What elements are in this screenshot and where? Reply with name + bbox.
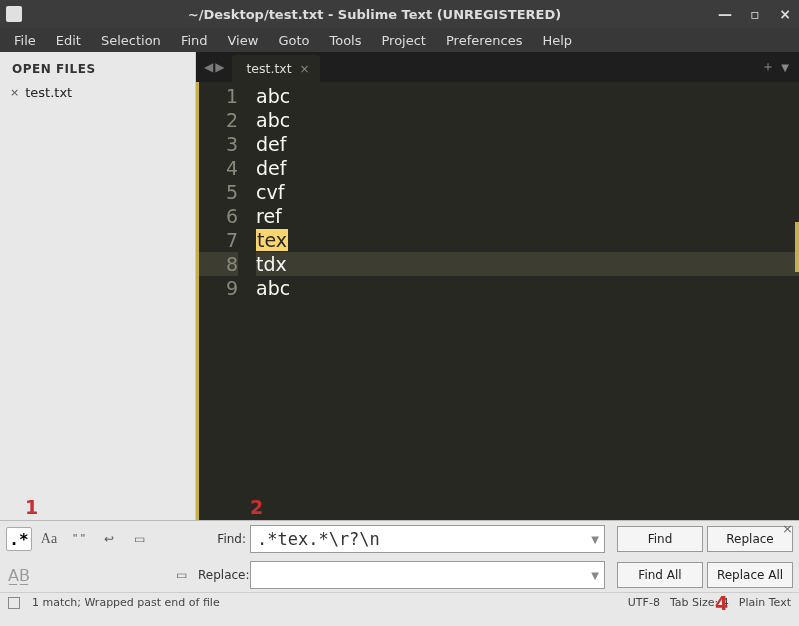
code-line[interactable]: abc (256, 84, 799, 108)
find-button[interactable]: Find (617, 526, 703, 552)
in-selection-toggle[interactable]: ▭ (126, 527, 152, 551)
open-file-item[interactable]: × test.txt (0, 82, 195, 103)
preserve-case-toggle[interactable]: A̲B̲ (6, 563, 50, 587)
tabbar: ◀ ▶ test.txt × ＋ ▼ (196, 52, 799, 82)
menu-view[interactable]: View (220, 31, 267, 50)
maximize-button[interactable]: ▫ (747, 6, 763, 22)
wrap-toggle[interactable]: ↩ (96, 527, 122, 551)
line-number: 5 (199, 180, 238, 204)
code-line[interactable]: tex (256, 228, 799, 252)
close-window-button[interactable]: × (777, 6, 793, 22)
status-encoding[interactable]: UTF-8 (628, 596, 660, 609)
line-number: 7 (199, 228, 238, 252)
find-input[interactable] (250, 525, 605, 553)
replace-input[interactable] (250, 561, 605, 589)
code-line[interactable]: cvf (256, 180, 799, 204)
minimap-scroll-indicator (795, 222, 799, 272)
status-indicator-icon[interactable] (8, 597, 20, 609)
search-match-highlight: tex (256, 229, 288, 251)
close-file-icon[interactable]: × (10, 86, 19, 99)
code-line[interactable]: def (256, 156, 799, 180)
whole-word-toggle[interactable]: " " (66, 527, 92, 551)
line-number: 9 (199, 276, 238, 300)
replace-label: Replace: (198, 568, 250, 582)
menu-tools[interactable]: Tools (321, 31, 369, 50)
open-file-name: test.txt (25, 85, 72, 100)
app-icon (6, 6, 22, 22)
tab-testtxt[interactable]: test.txt × (232, 55, 319, 82)
statusbar: 1 match; Wrapped past end of file UTF-8 … (0, 592, 799, 612)
code-line[interactable]: ref (256, 204, 799, 228)
regex-toggle[interactable]: .* (6, 527, 32, 551)
sidebar-header: OPEN FILES (0, 52, 195, 82)
editor-pane: ◀ ▶ test.txt × ＋ ▼ 123456789 abcabcdefde… (196, 52, 799, 520)
menu-help[interactable]: Help (534, 31, 580, 50)
titlebar: ~/Desktop/test.txt - Sublime Text (UNREG… (0, 0, 799, 28)
tab-next-icon[interactable]: ▶ (215, 60, 224, 74)
line-number: 1 (199, 84, 238, 108)
code-text[interactable]: abcabcdefdefcvfreftextdxabc (252, 82, 799, 520)
replace-all-button[interactable]: Replace All (707, 562, 793, 588)
status-message: 1 match; Wrapped past end of file (32, 596, 220, 609)
line-number: 8 (199, 252, 238, 276)
body: OPEN FILES × test.txt ◀ ▶ test.txt × ＋ ▼… (0, 52, 799, 520)
code-area[interactable]: 123456789 abcabcdefdefcvfreftextdxabc (196, 82, 799, 520)
menu-project[interactable]: Project (373, 31, 433, 50)
line-number: 2 (199, 108, 238, 132)
window-title: ~/Desktop/test.txt - Sublime Text (UNREG… (32, 7, 717, 22)
case-sensitive-toggle[interactable]: Aa (36, 527, 62, 551)
replace-button[interactable]: Replace (707, 526, 793, 552)
tab-label: test.txt (246, 61, 291, 76)
minimize-button[interactable]: — (717, 6, 733, 22)
tab-menu-icon[interactable]: ▼ (781, 62, 789, 73)
tab-prev-icon[interactable]: ◀ (204, 60, 213, 74)
menu-preferences[interactable]: Preferences (438, 31, 530, 50)
menu-file[interactable]: File (6, 31, 44, 50)
gutter: 123456789 (196, 82, 252, 520)
code-line[interactable]: abc (256, 108, 799, 132)
highlight-matches-toggle[interactable]: ▭ (164, 563, 198, 587)
find-all-button[interactable]: Find All (617, 562, 703, 588)
status-tabsize[interactable]: Tab Size: 4 (670, 596, 729, 609)
find-label: Find: (198, 532, 250, 546)
menu-edit[interactable]: Edit (48, 31, 89, 50)
find-replace-panel: × .* Aa " " ↩ ▭ Find: ▼ Find Replace A̲B… (0, 520, 799, 592)
new-tab-icon[interactable]: ＋ (761, 58, 775, 76)
tab-close-icon[interactable]: × (300, 62, 310, 76)
code-line[interactable]: abc (256, 276, 799, 300)
code-line[interactable]: tdx (256, 252, 799, 276)
line-number: 4 (199, 156, 238, 180)
status-syntax[interactable]: Plain Text (739, 596, 791, 609)
menu-goto[interactable]: Goto (270, 31, 317, 50)
line-number: 3 (199, 132, 238, 156)
sidebar: OPEN FILES × test.txt (0, 52, 196, 520)
code-line[interactable]: def (256, 132, 799, 156)
menu-selection[interactable]: Selection (93, 31, 169, 50)
menu-find[interactable]: Find (173, 31, 216, 50)
menubar: File Edit Selection Find View Goto Tools… (0, 28, 799, 52)
line-number: 6 (199, 204, 238, 228)
panel-close-icon[interactable]: × (782, 521, 793, 536)
